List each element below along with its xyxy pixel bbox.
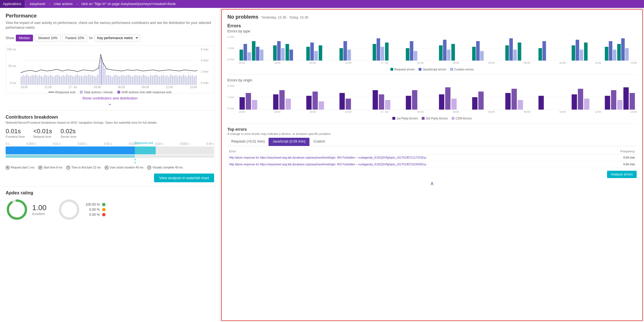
timing-metrics: 0.01s Frontend time <0.01s Network time … — [6, 128, 214, 138]
svg-rect-118 — [306, 47, 310, 61]
tab-javascript[interactable]: JavaScript (0.09 /min) — [269, 138, 309, 146]
breadcrumb-applications[interactable]: Applications — [0, 0, 25, 8]
svg-rect-63 — [128, 75, 129, 85]
marker-first-byte: F Time to first byte 22 ms — [66, 166, 101, 170]
view-waterfall-button[interactable]: View analysis in waterfall chart — [154, 174, 214, 182]
col-frequency: Frequency — [603, 148, 637, 154]
error-cell-1[interactable]: Http failure response for https://easytr… — [227, 154, 603, 161]
svg-rect-37 — [81, 75, 82, 85]
svg-rect-92 — [181, 76, 182, 85]
chart-y-0permin: 0 /min — [227, 58, 234, 61]
collapse-button[interactable]: ∧ — [227, 180, 637, 186]
contributors-title: Contributors breakdown — [6, 115, 214, 120]
analyze-errors-button[interactable]: Analyze errors — [607, 171, 637, 178]
svg-rect-150 — [609, 41, 612, 61]
svg-rect-185 — [584, 99, 589, 110]
tab-requests[interactable]: Requests (<0.01 /min) — [227, 138, 269, 146]
svg-rect-154 — [625, 48, 629, 61]
apdex-divider — [6, 186, 214, 186]
metric-select[interactable]: Key performance metric — [94, 35, 140, 41]
svg-rect-152 — [617, 44, 621, 61]
svg-rect-53 — [110, 76, 111, 85]
svg-rect-170 — [379, 94, 384, 110]
svg-rect-96 — [188, 75, 190, 85]
svg-rect-13 — [37, 76, 38, 85]
svg-rect-18 — [46, 75, 47, 85]
svg-rect-177 — [472, 97, 478, 110]
no-problems-time: Yesterday, 15:36 - Today, 15:36 — [261, 15, 308, 19]
origin-chart-y-0: 0 /min — [227, 107, 234, 110]
tab-slowest[interactable]: Slowest 10% — [35, 35, 60, 41]
svg-rect-119 — [310, 43, 314, 61]
svg-rect-131 — [414, 51, 417, 61]
errors-table: Error Frequency Http failure response fo… — [227, 148, 637, 168]
svg-rect-175 — [445, 87, 450, 110]
breadcrumb-action[interactable]: click on "Sign In" on page /easytravel/j… — [78, 0, 179, 8]
svg-rect-151 — [613, 50, 616, 61]
svg-rect-188 — [617, 100, 623, 110]
svg-rect-79 — [157, 75, 159, 85]
svg-rect-132 — [439, 45, 443, 61]
svg-rect-172 — [406, 96, 411, 110]
svg-rect-55 — [113, 75, 115, 85]
svg-rect-17 — [44, 75, 46, 85]
tab-median[interactable]: Median — [16, 35, 33, 41]
svg-rect-120 — [314, 51, 318, 61]
waterfall-x-labels: 0 s 0.005 s 0.01 s 0.015 s 0.02 s 0.025 … — [6, 142, 214, 145]
svg-rect-162 — [279, 90, 285, 110]
origin-chart-y-1: 1 /min — [227, 96, 234, 99]
errors-by-origin-chart: 2 /min 1 /min 0 /min — [227, 85, 637, 116]
errors-by-type-chart: 2 /min 1 /min 0 /min — [227, 35, 637, 66]
svg-rect-98 — [192, 75, 193, 85]
svg-rect-166 — [319, 101, 324, 110]
show-controls: Show Median Slowest 10% Fastest 10% for … — [6, 35, 214, 41]
svg-rect-186 — [605, 96, 610, 110]
apdex-gauges: 1.00 Excellent 100.00 % 0.00 % — [6, 198, 214, 221]
svg-rect-173 — [412, 90, 417, 110]
top-errors-divider — [227, 123, 637, 124]
svg-rect-42 — [90, 75, 91, 85]
svg-rect-66 — [133, 75, 135, 85]
errors-by-origin-legend: 1st Party Errors 3rd Party Errors CDN Er… — [227, 117, 637, 120]
svg-rect-149 — [605, 47, 608, 61]
svg-rect-171 — [385, 100, 390, 110]
svg-rect-77 — [153, 75, 155, 85]
breadcrumb-easytravel[interactable]: easytravel — [27, 0, 49, 8]
show-contributors-link[interactable]: Show contributors and distribution ⌄ — [6, 96, 214, 106]
svg-rect-39 — [84, 75, 86, 85]
performance-description: View the impact of user activity on perf… — [6, 21, 214, 30]
svg-rect-144 — [542, 41, 546, 61]
svg-rect-140 — [509, 38, 513, 61]
errors-by-type-x: 16:00 18:00 20:00 22:00 17. Jul 02:00 04… — [239, 61, 637, 64]
apdex-breakdown: 100.00 % 0.00 % 0.00 % — [84, 203, 105, 217]
svg-rect-114 — [277, 41, 281, 61]
svg-rect-168 — [346, 99, 351, 110]
svg-rect-116 — [285, 44, 289, 61]
marker-start-time: N Start time 8 ms — [38, 166, 62, 170]
tab-custom[interactable]: Custom — [309, 138, 329, 146]
network-time-label: Network time — [33, 135, 52, 138]
svg-rect-62 — [126, 75, 128, 85]
error-cell-2[interactable]: Http failure response for https://easytr… — [227, 161, 603, 168]
errors-title: Errors — [227, 23, 637, 28]
tab-fastest[interactable]: Fastest 10% — [62, 35, 87, 41]
chart-y-left: 100 ms 50 ms 0 ms — [6, 48, 17, 85]
breadcrumb-user-actions[interactable]: User actions — [51, 0, 76, 8]
svg-rect-5 — [22, 75, 24, 85]
errors-by-origin-title: Errors by origin — [227, 78, 637, 82]
svg-rect-174 — [439, 94, 444, 110]
frontend-time-label: Frontend time — [6, 135, 25, 138]
apdex-row-tolerating: 0.00 % — [84, 208, 105, 212]
svg-rect-65 — [132, 77, 133, 85]
frustrated-dot — [102, 213, 105, 216]
errors-by-type-svg — [239, 35, 637, 61]
svg-rect-183 — [572, 94, 577, 110]
svg-rect-108 — [243, 44, 247, 61]
svg-rect-33 — [73, 77, 75, 85]
svg-rect-21 — [52, 76, 53, 85]
contributors-description: Network/Server/Frontend breakdown based … — [6, 121, 214, 124]
errors-by-origin-x: 16:00 18:00 20:00 22:00 17. Jul 02:00 04… — [239, 110, 637, 113]
svg-rect-30 — [68, 75, 69, 85]
svg-rect-189 — [623, 87, 629, 110]
svg-rect-75 — [150, 75, 151, 85]
